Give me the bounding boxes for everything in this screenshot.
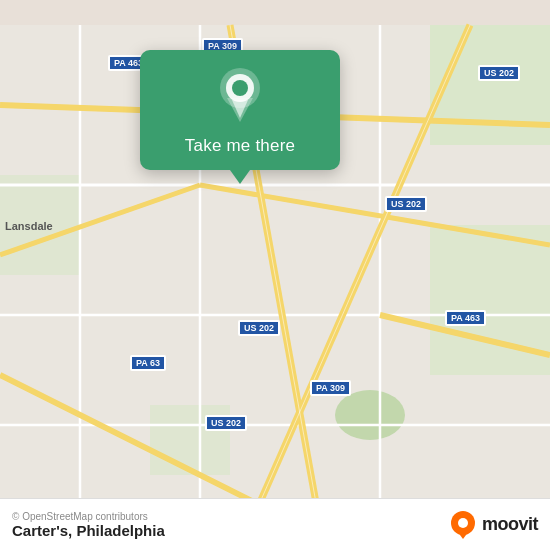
road-badge-pa309-lower: PA 309 — [310, 380, 351, 396]
svg-point-3 — [335, 390, 405, 440]
road-badge-pa463-lower: PA 463 — [445, 310, 486, 326]
bottom-bar: © OpenStreetMap contributors Carter's, P… — [0, 498, 550, 550]
bottom-left-info: © OpenStreetMap contributors Carter's, P… — [12, 511, 165, 539]
road-badge-us202-mid: US 202 — [385, 196, 427, 212]
svg-marker-28 — [457, 531, 469, 539]
road-badge-us202-bottom: US 202 — [205, 415, 247, 431]
road-badge-pa63: PA 63 — [130, 355, 166, 371]
moovit-logo: moovit — [449, 511, 538, 539]
moovit-pin-icon — [449, 511, 477, 539]
location-pin-icon — [217, 68, 263, 126]
take-me-there-button[interactable]: Take me there — [185, 136, 295, 156]
map-container: US 202 PA 309 PA 463 US 202 US 202 PA 30… — [0, 0, 550, 550]
popup-card[interactable]: Take me there — [140, 50, 340, 170]
svg-point-23 — [232, 80, 248, 96]
place-label-lansdale: Lansdale — [5, 220, 53, 232]
road-badge-us202-top: US 202 — [478, 65, 520, 81]
road-badge-us202-lower: US 202 — [238, 320, 280, 336]
svg-point-27 — [458, 518, 468, 528]
location-name: Carter's, Philadelphia — [12, 522, 165, 539]
attribution-text: © OpenStreetMap contributors — [12, 511, 165, 522]
moovit-brand-text: moovit — [482, 514, 538, 535]
